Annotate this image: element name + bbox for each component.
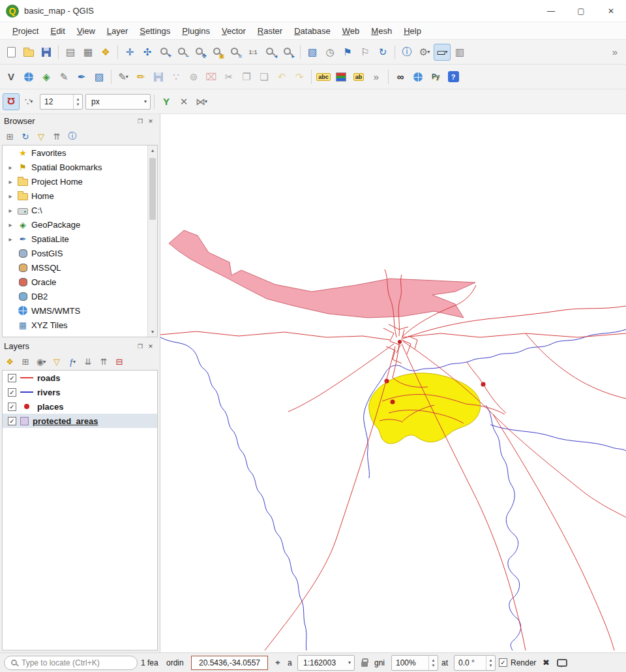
menu-layer[interactable]: Layer xyxy=(101,23,134,38)
menu-web[interactable]: Web xyxy=(336,23,366,38)
zoom-to-layer-button[interactable]: ≡ xyxy=(227,44,244,61)
help-button[interactable]: ? xyxy=(445,69,462,85)
osm-place-search-button[interactable]: ∞ xyxy=(392,69,409,85)
layer-row-protected-areas[interactable]: ✓ protected_areas xyxy=(3,414,157,428)
metasearch-button[interactable] xyxy=(410,69,426,85)
layer-row-places[interactable]: ✓ places xyxy=(3,399,157,414)
scroll-up-icon[interactable]: ▴ xyxy=(151,145,154,155)
add-feature-button[interactable]: ∵ xyxy=(168,69,185,85)
zoom-last-button[interactable]: ◂ xyxy=(262,44,279,61)
vertex-tool-button[interactable]: ⊚ xyxy=(185,69,202,85)
lock-scale-button[interactable] xyxy=(358,656,371,670)
undo-button[interactable]: ↶ xyxy=(273,69,290,85)
new-spatial-bookmark-button[interactable]: ⚑ xyxy=(339,44,356,61)
expand-arrow-icon[interactable]: ▸ xyxy=(7,207,14,214)
expand-arrow-icon[interactable]: ▸ xyxy=(7,221,14,228)
temporal-controller-button[interactable]: ◷ xyxy=(321,44,338,61)
filter-browser-button[interactable]: ▽ xyxy=(34,129,48,144)
add-group-button[interactable]: ⊞ xyxy=(18,354,33,369)
close-button[interactable]: ✕ xyxy=(596,0,626,22)
run-feature-action-button[interactable]: ⚙▾ xyxy=(416,44,433,61)
new-geopackage-layer-button[interactable]: ◈ xyxy=(38,69,55,85)
rotation-stepper[interactable]: 0.0 ° ▴▾ xyxy=(454,655,496,671)
open-layer-styling-button[interactable]: ❖ xyxy=(3,354,17,369)
browser-item-postgis[interactable]: PostGIS xyxy=(3,246,157,260)
close-panel-button[interactable]: ✕ xyxy=(145,116,156,127)
browser-item-spatialite[interactable]: ▸ ✒ SpatiaLite xyxy=(3,232,157,246)
current-edits-button[interactable]: ✎▾ xyxy=(115,69,132,85)
map-canvas[interactable] xyxy=(160,114,626,652)
new-map-view-button[interactable]: ▧ xyxy=(304,44,321,61)
render-toggle[interactable]: ✓ Render xyxy=(499,658,536,667)
pan-to-selection-button[interactable]: ✣ xyxy=(139,44,156,61)
layer-styling-button[interactable] xyxy=(333,69,350,85)
avoid-intersections-button[interactable]: ⋈▾ xyxy=(193,93,210,110)
pan-map-button[interactable]: ✛ xyxy=(121,44,138,61)
cut-features-button[interactable]: ✂ xyxy=(220,69,237,85)
zoom-full-button[interactable]: ✥ xyxy=(192,44,209,61)
browser-item-geopackage[interactable]: ▸ ◈ GeoPackage xyxy=(3,217,157,232)
save-project-button[interactable] xyxy=(38,44,55,61)
layer-row-rivers[interactable]: ✓ rivers xyxy=(3,385,157,399)
stepper-arrows[interactable]: ▴▾ xyxy=(486,656,495,670)
expand-all-layers-button[interactable]: ⇊ xyxy=(81,354,95,369)
browser-scrollbar[interactable]: ▴ ▾ xyxy=(147,145,157,337)
remove-layer-button[interactable]: ⊟ xyxy=(112,354,127,369)
enable-snapping-button[interactable]: Ω xyxy=(3,93,20,110)
collapse-all-button[interactable]: ⇈ xyxy=(50,129,64,144)
zoom-to-selection-button[interactable]: ▣ xyxy=(209,44,226,61)
layer-labeling-button[interactable]: abc xyxy=(315,69,332,85)
magnifier-stepper[interactable]: 100% ▴▾ xyxy=(391,655,438,671)
browser-item-home[interactable]: ▸ Home xyxy=(3,189,157,203)
show-layout-manager-button[interactable]: ▦ xyxy=(80,44,97,61)
refresh-map-button[interactable]: ↻ xyxy=(374,44,391,61)
zoom-in-button[interactable]: + xyxy=(156,44,173,61)
scroll-down-icon[interactable]: ▾ xyxy=(151,327,154,337)
float-panel-button[interactable]: ❐ xyxy=(135,116,145,127)
zoom-out-button[interactable]: − xyxy=(174,44,191,61)
new-project-button[interactable] xyxy=(3,44,20,61)
collapse-all-layers-button[interactable]: ⇈ xyxy=(97,354,111,369)
redo-button[interactable]: ↷ xyxy=(291,69,308,85)
menu-database[interactable]: Database xyxy=(288,23,336,38)
expand-arrow-icon[interactable]: ▸ xyxy=(7,178,14,185)
layer-checkbox[interactable]: ✓ xyxy=(8,403,16,411)
locate-input[interactable]: Type to locate (Ctrl+K) xyxy=(4,656,138,670)
maximize-button[interactable]: ▢ xyxy=(566,0,596,22)
delete-selected-button[interactable]: ⌧ xyxy=(203,69,220,85)
save-layer-edits-button[interactable] xyxy=(150,69,167,85)
select-features-button[interactable]: ▭▾ xyxy=(434,44,451,61)
zoom-next-button[interactable]: ▸ xyxy=(280,44,297,61)
minimize-button[interactable]: — xyxy=(536,0,566,22)
menu-settings[interactable]: Settings xyxy=(134,23,176,38)
browser-item-xyz-tiles[interactable]: ▦ XYZ Tiles xyxy=(3,318,157,332)
filter-by-expression-button[interactable]: ƒ▾ xyxy=(65,354,80,369)
show-bookmarks-button[interactable]: ⚐ xyxy=(357,44,374,61)
expand-arrow-icon[interactable]: ▸ xyxy=(7,164,14,171)
move-label-button[interactable]: ab xyxy=(350,69,367,85)
menu-project[interactable]: Project xyxy=(7,23,44,38)
new-virtual-layer-button[interactable]: ▨ xyxy=(91,69,108,85)
add-vector-layer-button[interactable]: V xyxy=(3,69,20,85)
browser-item-wms[interactable]: WMS/WMTS xyxy=(3,303,157,318)
menu-mesh[interactable]: Mesh xyxy=(365,23,398,38)
browser-item-oracle[interactable]: Oracle xyxy=(3,275,157,289)
float-panel-button[interactable]: ❐ xyxy=(135,341,145,352)
expand-arrow-icon[interactable]: ▸ xyxy=(7,236,14,243)
remove-snapping-button[interactable]: ✕ xyxy=(175,93,192,110)
manage-map-themes-button[interactable]: ◉▾ xyxy=(34,354,48,369)
menu-vector[interactable]: Vector xyxy=(216,23,252,38)
stepper-arrows[interactable]: ▴▾ xyxy=(73,95,82,109)
snapping-mode-button[interactable]: ∵▾ xyxy=(20,93,37,110)
browser-item-project-home[interactable]: ▸ Project Home xyxy=(3,174,157,189)
expand-arrow-icon[interactable]: ▸ xyxy=(7,192,14,200)
browser-item-c-drive[interactable]: ▸ C:\ xyxy=(3,203,157,217)
refresh-browser-button[interactable]: ↻ xyxy=(18,129,33,144)
browser-item-mssql[interactable]: MSSQL xyxy=(3,260,157,275)
menu-help[interactable]: Help xyxy=(398,23,427,38)
layer-checkbox[interactable]: ✓ xyxy=(8,374,16,382)
enable-tracing-button[interactable]: Y xyxy=(158,93,175,110)
coordinate-input[interactable]: 20.5436,-34.0557 xyxy=(191,656,268,670)
copy-features-button[interactable]: ❐ xyxy=(238,69,255,85)
new-spatialite-layer-button[interactable]: ✒ xyxy=(73,69,90,85)
